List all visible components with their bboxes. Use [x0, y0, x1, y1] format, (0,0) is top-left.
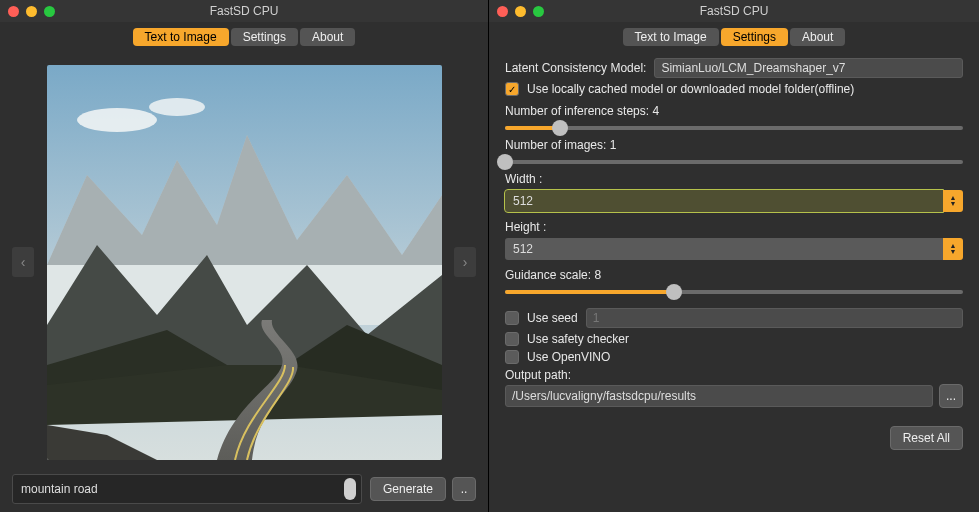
tab-settings[interactable]: Settings — [231, 28, 298, 46]
width-select[interactable]: 512 ▲▼ — [505, 190, 963, 212]
tabs-left: Text to Image Settings About — [0, 26, 488, 48]
stepper-arrows-icon[interactable]: ▲▼ — [943, 238, 963, 260]
next-image-button[interactable]: › — [454, 247, 476, 277]
safety-label: Use safety checker — [527, 332, 629, 346]
use-cache-checkbox[interactable]: ✓ — [505, 82, 519, 96]
guidance-label: Guidance scale: 8 — [505, 268, 963, 282]
mic-icon[interactable] — [344, 478, 356, 500]
tab-about[interactable]: About — [300, 28, 355, 46]
svg-point-1 — [77, 108, 157, 132]
tab-about[interactable]: About — [790, 28, 845, 46]
num-images-label: Number of images: 1 — [505, 138, 963, 152]
check-icon: ✓ — [508, 84, 516, 95]
tab-text-to-image[interactable]: Text to Image — [623, 28, 719, 46]
safety-checkbox[interactable] — [505, 332, 519, 346]
use-seed-label: Use seed — [527, 311, 578, 325]
zoom-icon[interactable] — [533, 6, 544, 17]
use-seed-checkbox[interactable] — [505, 311, 519, 325]
minimize-icon[interactable] — [515, 6, 526, 17]
tab-text-to-image[interactable]: Text to Image — [133, 28, 229, 46]
lcm-model-label: Latent Consistency Model: — [505, 61, 646, 75]
slider-thumb-icon[interactable] — [666, 284, 682, 300]
close-icon[interactable] — [497, 6, 508, 17]
window-title: FastSD CPU — [489, 4, 979, 18]
window-title: FastSD CPU — [0, 4, 488, 18]
stepper-arrows-icon[interactable]: ▲▼ — [943, 190, 963, 212]
reset-all-button[interactable]: Reset All — [890, 426, 963, 450]
prev-image-button[interactable]: ‹ — [12, 247, 34, 277]
openvino-checkbox[interactable] — [505, 350, 519, 364]
tabs-right: Text to Image Settings About — [489, 26, 979, 48]
openvino-label: Use OpenVINO — [527, 350, 610, 364]
height-select[interactable]: 512 ▲▼ — [505, 238, 963, 260]
window-settings: FastSD CPU Text to Image Settings About … — [489, 0, 979, 512]
prompt-input[interactable] — [12, 474, 362, 504]
generated-image — [47, 65, 442, 460]
width-label: Width : — [505, 172, 963, 186]
seed-input[interactable] — [586, 308, 963, 328]
output-path-input[interactable] — [505, 385, 933, 407]
lcm-model-input[interactable] — [654, 58, 963, 78]
preview-area: ‹ — [12, 58, 476, 466]
close-icon[interactable] — [8, 6, 19, 17]
slider-thumb-icon[interactable] — [552, 120, 568, 136]
guidance-slider[interactable] — [505, 290, 963, 294]
steps-label: Number of inference steps: 4 — [505, 104, 963, 118]
slider-thumb-icon[interactable] — [497, 154, 513, 170]
titlebar-left: FastSD CPU — [0, 0, 488, 22]
ellipsis-icon: .. — [461, 482, 468, 496]
minimize-icon[interactable] — [26, 6, 37, 17]
window-text-to-image: FastSD CPU Text to Image Settings About … — [0, 0, 489, 512]
traffic-lights — [8, 6, 55, 17]
ellipsis-icon: ... — [946, 389, 956, 403]
browse-button[interactable]: ... — [939, 384, 963, 408]
steps-slider[interactable] — [505, 126, 963, 130]
more-button[interactable]: .. — [452, 477, 476, 501]
output-path-label: Output path: — [505, 368, 963, 382]
titlebar-right: FastSD CPU — [489, 0, 979, 22]
svg-point-2 — [149, 98, 205, 116]
use-cache-label: Use locally cached model or downloaded m… — [527, 82, 854, 96]
chevron-right-icon: › — [463, 254, 468, 270]
width-value: 512 — [505, 190, 943, 212]
zoom-icon[interactable] — [44, 6, 55, 17]
traffic-lights — [497, 6, 544, 17]
height-value: 512 — [505, 238, 943, 260]
chevron-left-icon: ‹ — [21, 254, 26, 270]
generate-button[interactable]: Generate — [370, 477, 446, 501]
num-images-slider[interactable] — [505, 160, 963, 164]
tab-settings[interactable]: Settings — [721, 28, 788, 46]
height-label: Height : — [505, 220, 963, 234]
